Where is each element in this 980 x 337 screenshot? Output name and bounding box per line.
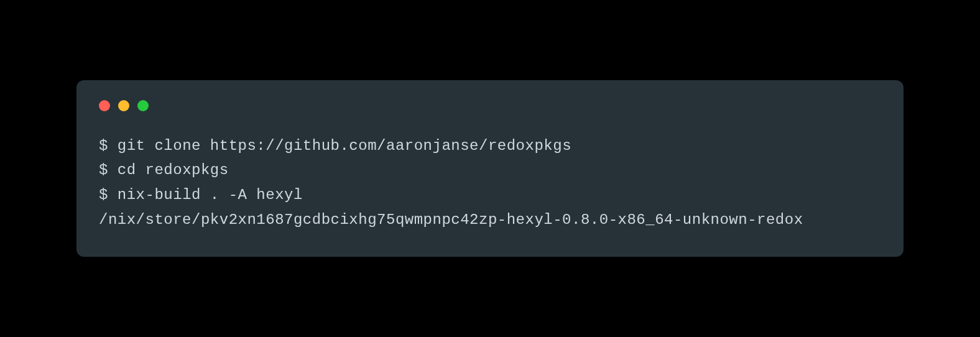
prompt: $ [99,137,118,154]
command-text: git clone https://github.com/aaronjanse/… [118,137,571,154]
minimize-icon[interactable] [118,100,129,111]
terminal-output: /nix/store/pkv2xn1687gcdbcixhg75qwmpnpc4… [99,208,881,233]
terminal-line: $ git clone https://github.com/aaronjans… [99,134,881,159]
prompt: $ [99,187,118,203]
maximize-icon[interactable] [137,100,149,111]
window-titlebar [99,100,881,111]
command-text: cd redoxpkgs [118,162,229,178]
command-text: nix-build . -A hexyl [118,187,303,203]
prompt: $ [99,162,118,178]
terminal-line: $ nix-build . -A hexyl [99,183,881,208]
close-icon[interactable] [99,100,110,111]
terminal-window: $ git clone https://github.com/aaronjans… [76,80,904,257]
terminal-line: $ cd redoxpkgs [99,158,881,183]
terminal-content[interactable]: $ git clone https://github.com/aaronjans… [99,134,881,232]
